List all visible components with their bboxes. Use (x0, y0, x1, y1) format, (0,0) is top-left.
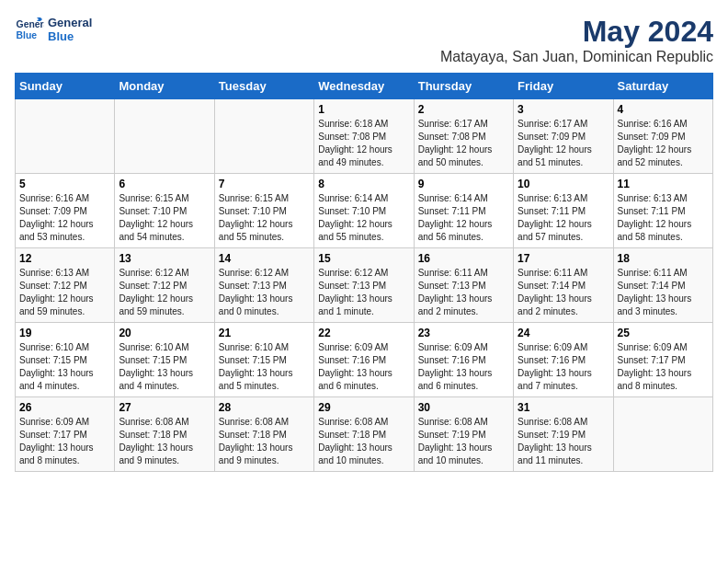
day-info: Sunrise: 6:13 AMSunset: 7:12 PMDaylight:… (19, 267, 110, 318)
day-number: 21 (219, 327, 310, 339)
logo-icon: General Blue (15, 15, 44, 44)
day-number: 25 (618, 327, 709, 339)
day-info: Sunrise: 6:10 AMSunset: 7:15 PMDaylight:… (219, 341, 310, 393)
day-number: 4 (618, 103, 709, 116)
calendar-header: SundayMondayTuesdayWednesdayThursdayFrid… (16, 74, 713, 99)
day-cell: 21Sunrise: 6:10 AMSunset: 7:15 PMDayligh… (214, 323, 313, 397)
logo-text-blue: Blue (48, 29, 92, 43)
day-info: Sunrise: 6:08 AMSunset: 7:18 PMDaylight:… (219, 416, 310, 467)
day-info: Sunrise: 6:16 AMSunset: 7:09 PMDaylight:… (19, 192, 110, 244)
day-info: Sunrise: 6:08 AMSunset: 7:19 PMDaylight:… (418, 416, 509, 467)
day-number: 31 (518, 401, 609, 414)
svg-text:Blue: Blue (17, 30, 38, 40)
day-number: 10 (518, 178, 609, 190)
day-cell: 8Sunrise: 6:14 AMSunset: 7:10 PMDaylight… (314, 174, 414, 248)
day-info: Sunrise: 6:15 AMSunset: 7:10 PMDaylight:… (219, 192, 310, 244)
day-info: Sunrise: 6:08 AMSunset: 7:18 PMDaylight:… (318, 416, 409, 467)
week-row: 26Sunrise: 6:09 AMSunset: 7:17 PMDayligh… (16, 397, 713, 472)
day-info: Sunrise: 6:09 AMSunset: 7:16 PMDaylight:… (318, 341, 409, 393)
day-cell: 24Sunrise: 6:09 AMSunset: 7:16 PMDayligh… (514, 323, 613, 397)
day-number: 26 (19, 401, 110, 414)
day-cell: 17Sunrise: 6:11 AMSunset: 7:14 PMDayligh… (514, 248, 613, 323)
day-info: Sunrise: 6:12 AMSunset: 7:12 PMDaylight:… (119, 267, 210, 318)
day-number: 11 (618, 178, 709, 190)
title-area: May 2024 Matayaya, San Juan, Dominican R… (440, 15, 713, 65)
day-number: 23 (418, 327, 509, 339)
week-row: 12Sunrise: 6:13 AMSunset: 7:12 PMDayligh… (16, 248, 713, 323)
day-cell: 13Sunrise: 6:12 AMSunset: 7:12 PMDayligh… (115, 248, 214, 323)
day-cell: 23Sunrise: 6:09 AMSunset: 7:16 PMDayligh… (414, 323, 513, 397)
day-info: Sunrise: 6:08 AMSunset: 7:19 PMDaylight:… (518, 416, 609, 467)
day-cell: 28Sunrise: 6:08 AMSunset: 7:18 PMDayligh… (214, 397, 313, 472)
day-number: 14 (219, 252, 310, 265)
day-number: 3 (518, 103, 609, 116)
day-info: Sunrise: 6:18 AMSunset: 7:08 PMDaylight:… (318, 118, 409, 169)
day-cell: 22Sunrise: 6:09 AMSunset: 7:16 PMDayligh… (314, 323, 414, 397)
day-header: Friday (514, 74, 613, 99)
day-number: 1 (318, 103, 409, 116)
day-number: 19 (19, 327, 110, 339)
day-cell: 30Sunrise: 6:08 AMSunset: 7:19 PMDayligh… (414, 397, 513, 472)
day-number: 15 (318, 252, 409, 265)
day-number: 24 (518, 327, 609, 339)
day-cell: 3Sunrise: 6:17 AMSunset: 7:09 PMDaylight… (514, 99, 613, 174)
day-cell: 19Sunrise: 6:10 AMSunset: 7:15 PMDayligh… (16, 323, 115, 397)
logo-text-general: General (48, 16, 92, 29)
day-cell: 15Sunrise: 6:12 AMSunset: 7:13 PMDayligh… (314, 248, 414, 323)
day-number: 5 (19, 178, 110, 190)
day-number: 18 (618, 252, 709, 265)
week-row: 1Sunrise: 6:18 AMSunset: 7:08 PMDaylight… (16, 99, 713, 174)
day-header: Wednesday (314, 74, 414, 99)
day-cell: 1Sunrise: 6:18 AMSunset: 7:08 PMDaylight… (314, 99, 414, 174)
day-number: 27 (119, 401, 210, 414)
day-info: Sunrise: 6:13 AMSunset: 7:11 PMDaylight:… (518, 192, 609, 244)
day-cell: 5Sunrise: 6:16 AMSunset: 7:09 PMDaylight… (16, 174, 115, 248)
day-info: Sunrise: 6:11 AMSunset: 7:14 PMDaylight:… (518, 267, 609, 318)
header: General Blue General Blue May 2024 Matay… (15, 15, 713, 65)
day-number: 2 (418, 103, 509, 116)
day-info: Sunrise: 6:11 AMSunset: 7:14 PMDaylight:… (618, 267, 709, 318)
day-info: Sunrise: 6:09 AMSunset: 7:16 PMDaylight:… (518, 341, 609, 393)
day-cell (16, 99, 115, 174)
day-cell (115, 99, 214, 174)
day-cell (214, 99, 313, 174)
day-info: Sunrise: 6:12 AMSunset: 7:13 PMDaylight:… (318, 267, 409, 318)
logo: General Blue General Blue (15, 15, 92, 44)
calendar-table: SundayMondayTuesdayWednesdayThursdayFrid… (15, 73, 713, 472)
week-row: 19Sunrise: 6:10 AMSunset: 7:15 PMDayligh… (16, 323, 713, 397)
day-header: Sunday (16, 74, 115, 99)
week-row: 5Sunrise: 6:16 AMSunset: 7:09 PMDaylight… (16, 174, 713, 248)
day-number: 30 (418, 401, 509, 414)
day-cell: 20Sunrise: 6:10 AMSunset: 7:15 PMDayligh… (115, 323, 214, 397)
day-cell: 4Sunrise: 6:16 AMSunset: 7:09 PMDaylight… (613, 99, 712, 174)
day-info: Sunrise: 6:09 AMSunset: 7:16 PMDaylight:… (418, 341, 509, 393)
day-number: 17 (518, 252, 609, 265)
day-number: 8 (318, 178, 409, 190)
day-number: 22 (318, 327, 409, 339)
svg-text:General: General (17, 19, 44, 29)
header-row: SundayMondayTuesdayWednesdayThursdayFrid… (16, 74, 713, 99)
day-number: 28 (219, 401, 310, 414)
day-number: 13 (119, 252, 210, 265)
day-cell: 29Sunrise: 6:08 AMSunset: 7:18 PMDayligh… (314, 397, 414, 472)
day-number: 9 (418, 178, 509, 190)
day-header: Saturday (613, 74, 712, 99)
day-info: Sunrise: 6:10 AMSunset: 7:15 PMDaylight:… (19, 341, 110, 393)
subtitle: Matayaya, San Juan, Dominican Republic (440, 49, 713, 65)
day-info: Sunrise: 6:17 AMSunset: 7:09 PMDaylight:… (518, 118, 609, 169)
day-info: Sunrise: 6:09 AMSunset: 7:17 PMDaylight:… (19, 416, 110, 467)
day-cell (613, 397, 712, 472)
day-info: Sunrise: 6:09 AMSunset: 7:17 PMDaylight:… (618, 341, 709, 393)
day-cell: 2Sunrise: 6:17 AMSunset: 7:08 PMDaylight… (414, 99, 513, 174)
day-info: Sunrise: 6:14 AMSunset: 7:11 PMDaylight:… (418, 192, 509, 244)
day-header: Monday (115, 74, 214, 99)
day-info: Sunrise: 6:10 AMSunset: 7:15 PMDaylight:… (119, 341, 210, 393)
day-cell: 16Sunrise: 6:11 AMSunset: 7:13 PMDayligh… (414, 248, 513, 323)
day-cell: 31Sunrise: 6:08 AMSunset: 7:19 PMDayligh… (514, 397, 613, 472)
day-number: 7 (219, 178, 310, 190)
day-header: Tuesday (214, 74, 313, 99)
day-number: 16 (418, 252, 509, 265)
day-cell: 18Sunrise: 6:11 AMSunset: 7:14 PMDayligh… (613, 248, 712, 323)
day-info: Sunrise: 6:15 AMSunset: 7:10 PMDaylight:… (119, 192, 210, 244)
day-info: Sunrise: 6:08 AMSunset: 7:18 PMDaylight:… (119, 416, 210, 467)
